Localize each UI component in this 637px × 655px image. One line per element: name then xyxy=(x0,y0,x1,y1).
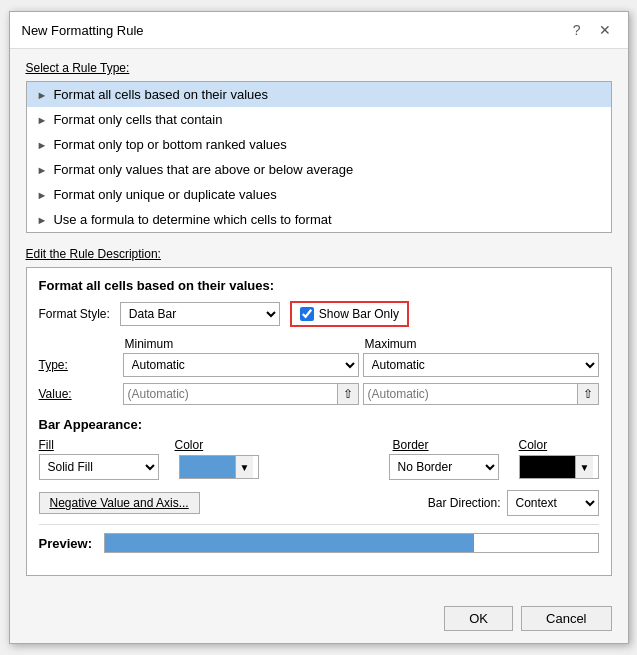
rule-arrow-5: ► xyxy=(37,214,48,226)
min-header: Minimum xyxy=(123,337,359,351)
close-button[interactable]: ✕ xyxy=(594,20,616,40)
bar-direction-label: Bar Direction: xyxy=(428,496,501,510)
fill-color-col: ▼ xyxy=(179,455,259,479)
dialog-body: Select a Rule Type: ► Format all cells b… xyxy=(10,49,628,600)
rule-type-label: Select a Rule Type: xyxy=(26,61,612,75)
max-header: Maximum xyxy=(363,337,599,351)
type-row: Type: Automatic Number Percent Formula P… xyxy=(39,353,599,377)
value-max-input-container: ⇧ xyxy=(363,383,599,405)
rule-arrow-0: ► xyxy=(37,89,48,101)
min-max-headers: Minimum Maximum xyxy=(39,337,599,351)
neg-value-button[interactable]: Negative Value and Axis... xyxy=(39,492,200,514)
title-bar-controls: ? ✕ xyxy=(568,20,616,40)
border-color-arrow: ▼ xyxy=(575,456,594,478)
fill-color-label: Color xyxy=(175,438,255,452)
border-color-col: ▼ xyxy=(519,455,599,479)
rule-item-0[interactable]: ► Format all cells based on their values xyxy=(27,82,611,107)
edit-rule-label: Edit the Rule Description: xyxy=(26,247,612,261)
border-color-label: Color xyxy=(519,438,599,452)
rule-item-2[interactable]: ► Format only top or bottom ranked value… xyxy=(27,132,611,157)
rule-item-label-2: Format only top or bottom ranked values xyxy=(53,137,286,152)
dialog-footer: OK Cancel xyxy=(10,600,628,643)
bar-appearance-title: Bar Appearance: xyxy=(39,417,599,432)
new-formatting-rule-dialog: New Formatting Rule ? ✕ Select a Rule Ty… xyxy=(9,11,629,644)
value-min-btn[interactable]: ⇧ xyxy=(337,384,358,404)
rule-type-list: ► Format all cells based on their values… xyxy=(26,81,612,233)
rule-item-label-5: Use a formula to determine which cells t… xyxy=(53,212,331,227)
rule-item-1[interactable]: ► Format only cells that contain xyxy=(27,107,611,132)
neg-value-row: Negative Value and Axis... Bar Direction… xyxy=(39,490,599,516)
rule-arrow-1: ► xyxy=(37,114,48,126)
value-row: Value: ⇧ ⇧ xyxy=(39,383,599,405)
ok-button[interactable]: OK xyxy=(444,606,513,631)
rule-item-label-4: Format only unique or duplicate values xyxy=(53,187,276,202)
edit-rule-section: Format all cells based on their values: … xyxy=(26,267,612,576)
border-select[interactable]: No Border Solid Border xyxy=(390,455,498,479)
fill-select-col: Solid Fill Gradient Fill xyxy=(39,454,159,480)
rule-item-label-1: Format only cells that contain xyxy=(53,112,222,127)
preview-bar-fill xyxy=(105,534,475,552)
value-min-input-container: ⇧ xyxy=(123,383,359,405)
value-max-input[interactable] xyxy=(364,385,577,403)
preview-label: Preview: xyxy=(39,536,94,551)
bar-appearance-labels: Fill Color Border Color xyxy=(39,438,599,452)
bar-direction-group: Bar Direction: Context Left-to-Right Rig… xyxy=(428,490,599,516)
format-style-row: Format Style: Data Bar 2-Color Scale 3-C… xyxy=(39,301,599,327)
border-color-picker[interactable]: ▼ xyxy=(519,455,599,479)
show-bar-only-container: Show Bar Only xyxy=(290,301,409,327)
rule-arrow-2: ► xyxy=(37,139,48,151)
type-max-select[interactable]: Automatic Number Percent Formula Percent… xyxy=(363,353,599,377)
preview-row: Preview: xyxy=(39,524,599,553)
border-label: Border xyxy=(393,438,503,452)
rule-item-label-0: Format all cells based on their values xyxy=(53,87,268,102)
value-max-btn[interactable]: ⇧ xyxy=(577,384,598,404)
bar-direction-select[interactable]: Context Left-to-Right Right-to-Left xyxy=(508,491,598,515)
rule-item-label-3: Format only values that are above or bel… xyxy=(53,162,353,177)
format-style-label: Format Style: xyxy=(39,307,110,321)
type-label: Type: xyxy=(39,358,119,372)
fill-label: Fill xyxy=(39,438,159,452)
title-bar: New Formatting Rule ? ✕ xyxy=(10,12,628,49)
fill-color-picker[interactable]: ▼ xyxy=(179,455,259,479)
show-bar-only-checkbox[interactable] xyxy=(300,307,314,321)
value-min-input[interactable] xyxy=(124,385,337,403)
rule-item-5[interactable]: ► Use a formula to determine which cells… xyxy=(27,207,611,232)
value-label: Value: xyxy=(39,387,119,401)
cancel-button[interactable]: Cancel xyxy=(521,606,611,631)
fill-color-arrow: ▼ xyxy=(235,456,254,478)
help-button[interactable]: ? xyxy=(568,20,586,40)
format-style-select[interactable]: Data Bar 2-Color Scale 3-Color Scale Ico… xyxy=(120,302,280,326)
preview-bar-container xyxy=(104,533,599,553)
bar-appearance-controls: Solid Fill Gradient Fill ▼ No Bo xyxy=(39,454,599,480)
edit-section-title: Format all cells based on their values: xyxy=(39,278,599,293)
border-select-col: No Border Solid Border xyxy=(389,454,499,480)
fill-select[interactable]: Solid Fill Gradient Fill xyxy=(40,455,158,479)
type-min-select[interactable]: Automatic Number Percent Formula Percent… xyxy=(123,353,359,377)
dialog-title: New Formatting Rule xyxy=(22,23,144,38)
rule-item-3[interactable]: ► Format only values that are above or b… xyxy=(27,157,611,182)
rule-arrow-3: ► xyxy=(37,164,48,176)
rule-item-4[interactable]: ► Format only unique or duplicate values xyxy=(27,182,611,207)
rule-arrow-4: ► xyxy=(37,189,48,201)
show-bar-only-label: Show Bar Only xyxy=(319,307,399,321)
